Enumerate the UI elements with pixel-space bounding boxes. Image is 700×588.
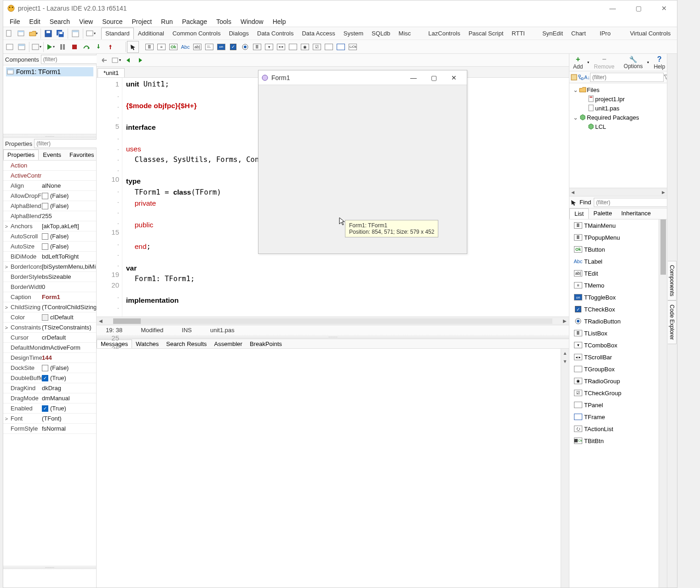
- palette-item[interactable]: TFrame: [569, 411, 667, 423]
- palette-item[interactable]: ◉ TRadioGroup: [569, 375, 667, 387]
- property-row[interactable]: Align alNone: [3, 181, 96, 191]
- property-value[interactable]: ✓(True): [42, 405, 96, 412]
- property-row[interactable]: AutoSize (False): [3, 242, 96, 252]
- editor-dropdown[interactable]: ▾: [110, 55, 122, 66]
- property-row[interactable]: Action: [3, 161, 96, 171]
- property-value[interactable]: (False): [42, 364, 96, 371]
- nav-back-button[interactable]: [122, 55, 134, 66]
- property-value[interactable]: (TSizeConstraints): [42, 324, 96, 331]
- form-designer-titlebar[interactable]: Form1 — ▢ ✕: [258, 70, 467, 85]
- project-sort-icon[interactable]: A↓: [584, 72, 590, 82]
- menu-search[interactable]: Search: [45, 17, 75, 26]
- property-row[interactable]: DockSite (False): [3, 363, 96, 373]
- editor-horizontal-scrollbar[interactable]: ◀ ▶: [97, 317, 569, 325]
- component-tlabel[interactable]: Abc: [179, 41, 191, 53]
- palette-item[interactable]: TPanel: [569, 399, 667, 411]
- palette-tab-rtti[interactable]: RTTI: [508, 28, 529, 40]
- palette-item[interactable]: ▾ TComboBox: [569, 339, 667, 351]
- palette-tab-dialogs[interactable]: Dialogs: [225, 28, 253, 40]
- property-value[interactable]: [akTop,akLeft]: [42, 223, 96, 230]
- property-value[interactable]: [biSystemMenu,biMinimize,biMaximize]: [42, 263, 96, 270]
- menu-source[interactable]: Source: [98, 17, 127, 26]
- palette-tab-misc[interactable]: Misc: [395, 28, 415, 40]
- property-row[interactable]: AlphaBlendValue 255: [3, 211, 96, 221]
- editor-tab-unit1[interactable]: *unit1: [98, 68, 125, 77]
- property-value[interactable]: dmActiveForm: [42, 344, 96, 351]
- menu-package[interactable]: Package: [178, 17, 212, 26]
- property-value[interactable]: 0: [42, 283, 96, 290]
- component-tpopupmenu[interactable]: ≡: [155, 41, 167, 53]
- project-tree-node[interactable]: project1.lpr: [572, 94, 664, 104]
- form-designer-minimize[interactable]: —: [403, 71, 424, 84]
- side-tab-code-explorer[interactable]: Code Explorer: [668, 300, 677, 344]
- menu-edit[interactable]: Edit: [25, 17, 45, 26]
- palette-item[interactable]: ☑ TCheckGroup: [569, 387, 667, 399]
- project-hscrollbar[interactable]: ◀▶: [569, 188, 667, 196]
- palette-item[interactable]: ✓ TCheckBox: [569, 303, 667, 315]
- open-button[interactable]: ▾: [27, 28, 39, 40]
- property-row[interactable]: Enabled ✓(True): [3, 404, 96, 414]
- property-row[interactable]: > Anchors [akTop,akLeft]: [3, 221, 96, 231]
- property-row[interactable]: > BorderIcons [biSystemMenu,biMinimize,b…: [3, 262, 96, 272]
- palette-find-input[interactable]: [594, 198, 667, 207]
- property-row[interactable]: > ChildSizing (TControlChildSizing): [3, 302, 96, 312]
- property-value[interactable]: 144: [42, 354, 96, 361]
- component-tlistbox[interactable]: ≣: [251, 41, 263, 53]
- save-all-button[interactable]: [54, 28, 66, 40]
- property-row[interactable]: AlphaBlend (False): [3, 201, 96, 211]
- property-row[interactable]: BiDiMode bdLeftToRight: [3, 252, 96, 262]
- property-value[interactable]: crDefault: [42, 334, 96, 341]
- tab-assembler[interactable]: Assembler: [211, 340, 246, 348]
- property-row[interactable]: DefaultMonitor dmActiveForm: [3, 343, 96, 353]
- menu-tools[interactable]: Tools: [212, 17, 236, 26]
- palette-tab-datacontrols[interactable]: Data Controls: [253, 28, 298, 40]
- property-row[interactable]: Color clDefault: [3, 312, 96, 323]
- component-tcheckgroup[interactable]: ☑: [311, 41, 323, 53]
- project-tree-node[interactable]: ⌄ Required Packages: [572, 113, 664, 122]
- project-add-button[interactable]: +Add: [571, 55, 585, 70]
- property-value[interactable]: (TFont): [42, 415, 96, 422]
- property-value[interactable]: bsSizeable: [42, 273, 96, 280]
- step-into-button[interactable]: [92, 41, 104, 53]
- property-value[interactable]: Form1: [42, 294, 96, 300]
- messages-panel[interactable]: ▲▼: [97, 349, 569, 588]
- property-row[interactable]: FormStyle fsNormal: [3, 424, 96, 434]
- tree-item-form1[interactable]: Form1: TForm1: [16, 68, 61, 75]
- source-editor[interactable]: 1...5....10....15...1920....2526 unit Un…: [97, 78, 569, 317]
- property-value[interactable]: (False): [42, 192, 96, 199]
- property-row[interactable]: DesignTimePPI 144: [3, 353, 96, 363]
- tab-breakpoints[interactable]: BreakPoints: [246, 340, 286, 348]
- new-unit-button[interactable]: [3, 28, 15, 40]
- project-save-icon[interactable]: [570, 72, 578, 82]
- palette-item[interactable]: ⭮ TActionList: [569, 423, 667, 435]
- component-tgroupbox[interactable]: [287, 41, 299, 53]
- palette-tab-chart[interactable]: Chart: [567, 28, 590, 40]
- properties-grid[interactable]: Action ActiveControl Align alNone AllowD…: [3, 161, 96, 565]
- build-mode-dropdown[interactable]: ▾: [30, 41, 42, 53]
- close-button[interactable]: ✕: [651, 0, 677, 16]
- property-value[interactable]: clDefault: [42, 314, 96, 321]
- new-form-button[interactable]: [15, 28, 27, 40]
- palette-tab-virtual[interactable]: Virtual Controls: [626, 28, 675, 40]
- view-units-button[interactable]: [4, 41, 16, 53]
- menu-run[interactable]: Run: [156, 17, 178, 26]
- property-row[interactable]: Caption Form1: [3, 292, 96, 302]
- step-over-button[interactable]: [80, 41, 92, 53]
- scroll-thumb[interactable]: [113, 318, 141, 324]
- palette-item[interactable]: ≣ TListBox: [569, 327, 667, 339]
- menu-project[interactable]: Project: [127, 17, 157, 26]
- palette-tab-pascalscript[interactable]: Pascal Script: [465, 28, 508, 40]
- maximize-button[interactable]: ▢: [625, 0, 651, 16]
- palette-item[interactable]: ≣ TPopupMenu: [569, 231, 667, 243]
- splitter-properties-bottom[interactable]: ┄┄┄┄: [3, 565, 96, 569]
- property-value[interactable]: (False): [42, 243, 96, 250]
- project-tree[interactable]: ⌄ Files project1.lpr unit1.pas ⌄ Require…: [569, 83, 667, 188]
- palette-tab-dataaccess[interactable]: Data Access: [298, 28, 339, 40]
- nav-forward-button[interactable]: [134, 55, 146, 66]
- property-value[interactable]: dkDrag: [42, 385, 96, 392]
- property-row[interactable]: Cursor crDefault: [3, 333, 96, 343]
- property-row[interactable]: AllowDropFiles (False): [3, 191, 96, 201]
- palette-list[interactable]: ≣ TMainMenu ≣ TPopupMenu Ok TButton Abc …: [569, 219, 667, 588]
- palette-item[interactable]: ab| TEdit: [569, 267, 667, 279]
- palette-item[interactable]: on TToggleBox: [569, 291, 667, 303]
